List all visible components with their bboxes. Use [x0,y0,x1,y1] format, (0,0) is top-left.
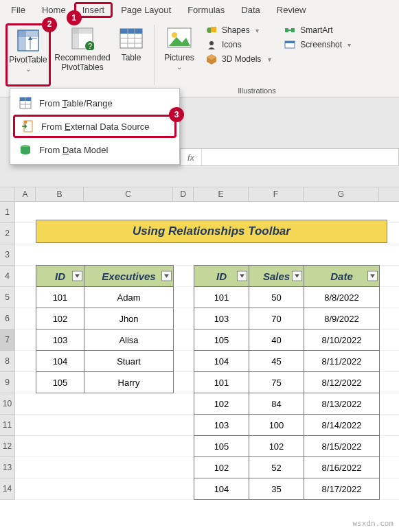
row-headers: 1 2 3 4 5 6 7 8 9 10 11 12 13 14 [0,202,15,532]
icons-button[interactable]: Icons [203,38,274,51]
pivottable-label: PivotTable [9,56,47,65]
row-8[interactable]: 8 [0,351,15,372]
recommended-pivot-icon: ? [70,26,95,51]
from-external-data-item[interactable]: From External Data Source 3 [13,115,176,138]
tab-file[interactable]: File [3,2,34,18]
dd-label: From External Data Source [41,122,150,132]
ribbon-body: PivotTable ⌄ 2 ? Recommended PivotTables… [0,19,399,98]
row-13[interactable]: 13 [0,457,15,478]
svg-rect-2 [18,30,38,37]
row-12[interactable]: 12 [0,436,15,457]
table-row: 1031008/14/2022 [194,415,380,436]
select-all-corner[interactable] [0,187,15,201]
svg-rect-20 [291,28,295,32]
sheet-title: Using Relationships Toolbar [36,220,387,243]
callout-3: 3 [169,107,184,122]
row-10[interactable]: 10 [0,393,15,415]
smartart-button[interactable]: SmartArt [281,23,354,37]
cube-icon [205,54,218,65]
dd-label: From Data Model [39,145,108,155]
t2-h2: Date [330,270,353,282]
recommended-label: Recommended PivotTables [51,54,114,73]
table-row: 105Harry [36,372,174,393]
table-row: 102848/13/2022 [194,393,380,415]
column-headers: A B C D E F G [0,187,399,202]
pictures-label: Pictures [164,54,194,63]
svg-rect-19 [285,28,288,32]
svg-point-18 [209,41,214,45]
col-G[interactable]: G [304,187,379,201]
formula-input[interactable] [202,152,398,163]
external-data-icon [21,120,34,132]
tab-pagelayout[interactable]: Page Layout [113,2,179,18]
3dmodels-button[interactable]: 3D Models▾ [203,52,274,66]
filter-button[interactable] [161,271,172,281]
table-row: 105408/10/2022 [194,329,380,351]
table-row: 102528/16/2022 [194,457,380,478]
tab-data[interactable]: Data [233,2,268,18]
filter-button[interactable] [237,271,247,281]
filter-button[interactable] [292,271,302,281]
tab-label: Insert [82,5,105,15]
recommended-pivottables-button[interactable]: ? Recommended PivotTables [51,23,114,86]
dropdown-chevron-icon: ⌄ [25,65,31,73]
col-A[interactable]: A [15,187,36,201]
pivottable-icon [16,28,41,53]
tab-insert[interactable]: Insert 1 [74,2,113,18]
t1-h0: ID [55,270,65,282]
row-2[interactable]: 2 [0,223,15,244]
tab-review[interactable]: Review [269,2,315,18]
table-row: 104458/11/2022 [194,351,380,372]
pivottable-dropdown: From Table/Range From External Data Sour… [10,88,180,165]
dd-label: From Table/Range [39,98,113,108]
col-C[interactable]: C [84,187,173,201]
smartart-icon [284,25,296,36]
callout-2: 2 [42,17,57,32]
ribbon-tabs: File Home Insert 1 Page Layout Formulas … [0,0,399,19]
smartart-label: SmartArt [300,25,332,35]
table-button[interactable]: Table [114,23,148,86]
row-14[interactable]: 14 [0,478,15,500]
col-F[interactable]: F [249,187,304,201]
svg-rect-17 [211,27,216,32]
data-model-icon [19,143,32,156]
icons-label: Icons [222,40,242,49]
table-sales: ID Sales Date 101508/8/2022 103708/9/202… [194,265,380,500]
row-7[interactable]: 7 [0,329,15,351]
col-B[interactable]: B [36,187,84,201]
t2-h1: Sales [263,270,290,282]
row-4[interactable]: 4 [0,266,15,287]
fx-icon[interactable]: fx [181,149,202,165]
illustrations-group-label: Illustrations [238,86,276,96]
from-data-model-item[interactable]: From Data Model [10,138,179,161]
table-row: 102Jhon [36,308,174,329]
shapes-label: Shapes [222,25,250,35]
row-3[interactable]: 3 [0,244,15,266]
screenshot-label: Screenshot [300,40,342,49]
table-row: 101758/12/2022 [194,372,380,393]
filter-button[interactable] [72,271,82,281]
row-6[interactable]: 6 [0,308,15,329]
pivottable-button[interactable]: PivotTable ⌄ 2 [5,23,51,86]
tab-formulas[interactable]: Formulas [179,2,233,18]
t1-h1: Executives [102,270,155,282]
table-row: 101508/8/2022 [194,287,380,308]
t2-h0: ID [216,270,227,282]
watermark: wsxdn.com [352,519,394,528]
chevron-down-icon: ⌄ [176,63,182,71]
filter-button[interactable] [367,271,378,281]
from-table-range-item[interactable]: From Table/Range [10,91,179,115]
callout-1: 1 [67,10,82,25]
col-E[interactable]: E [194,187,249,201]
row-9[interactable]: 9 [0,372,15,393]
table-range-icon [19,97,32,109]
shapes-button[interactable]: Shapes▾ [203,23,274,37]
row-11[interactable]: 11 [0,415,15,436]
row-1[interactable]: 1 [0,202,15,223]
row-5[interactable]: 5 [0,287,15,308]
col-D[interactable]: D [173,187,194,201]
screenshot-icon [284,39,296,50]
screenshot-button[interactable]: Screenshot▾ [281,38,354,51]
pictures-button[interactable]: Pictures ⌄ [160,23,198,86]
svg-rect-9 [120,29,142,34]
